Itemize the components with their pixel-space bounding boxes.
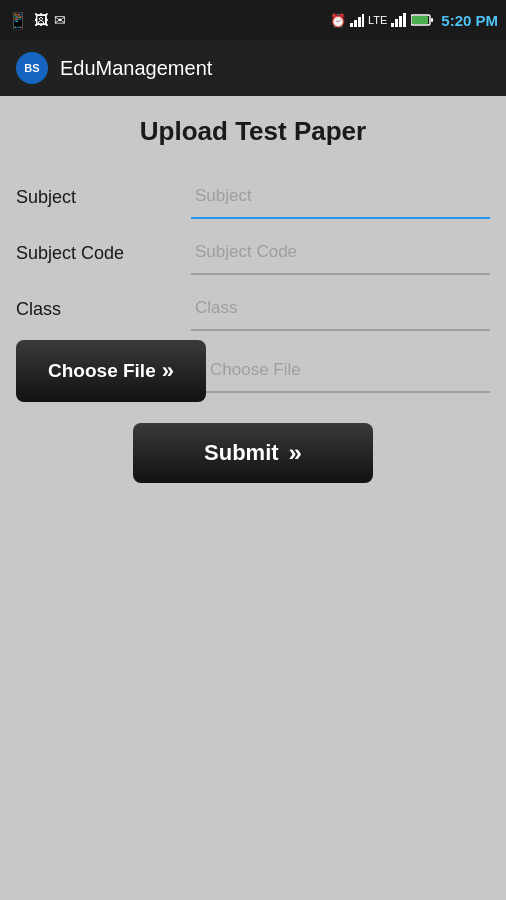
subject-label: Subject: [16, 187, 191, 208]
choose-file-display: Choose File: [206, 349, 490, 393]
svg-rect-0: [350, 23, 353, 27]
wifi-icon: [391, 13, 407, 27]
class-label: Class: [16, 299, 191, 320]
status-time: 5:20 PM: [441, 12, 498, 29]
network-icon: LTE: [368, 14, 387, 26]
subject-row: Subject: [16, 171, 490, 223]
main-content: Upload Test Paper Subject Subject Code C…: [0, 96, 506, 503]
choose-file-placeholder: Choose File: [210, 360, 301, 380]
choose-file-button[interactable]: Choose File »: [16, 340, 206, 402]
app-title: EduManagement: [60, 57, 212, 80]
form-container: Subject Subject Code Class Choose File »…: [16, 171, 490, 483]
submit-button-label: Submit: [204, 440, 279, 466]
svg-rect-4: [391, 23, 394, 27]
choose-file-row: Choose File » Choose File: [16, 339, 490, 403]
app-logo: BS: [16, 52, 48, 84]
signal-icon: [350, 13, 364, 27]
svg-rect-3: [362, 14, 364, 27]
image-icon: 🖼: [34, 12, 48, 28]
app-bar: BS EduManagement: [0, 40, 506, 96]
class-input[interactable]: [191, 287, 490, 331]
subject-code-input[interactable]: [191, 231, 490, 275]
subject-code-row: Subject Code: [16, 227, 490, 279]
subject-input[interactable]: [191, 175, 490, 219]
submit-container: Submit »: [16, 423, 490, 483]
status-bar-right-icons: ⏰ LTE 5:20 PM: [330, 12, 498, 29]
page-title: Upload Test Paper: [16, 116, 490, 147]
choose-file-button-label: Choose File: [48, 360, 156, 382]
email-icon: ✉: [54, 12, 66, 28]
clock-icon: ⏰: [330, 13, 346, 28]
class-row: Class: [16, 283, 490, 335]
status-bar: 📱 🖼 ✉ ⏰ LTE 5:20 PM: [0, 0, 506, 40]
svg-rect-2: [358, 17, 361, 27]
whatsapp-icon: 📱: [8, 11, 28, 30]
svg-rect-10: [431, 18, 433, 22]
svg-rect-5: [395, 19, 398, 27]
submit-chevron-icon: »: [289, 439, 302, 467]
svg-rect-6: [399, 16, 402, 27]
chevron-double-icon: »: [162, 358, 174, 384]
svg-rect-9: [412, 16, 428, 24]
svg-rect-1: [354, 20, 357, 27]
submit-button[interactable]: Submit »: [133, 423, 373, 483]
battery-icon: [411, 14, 433, 26]
status-bar-left-icons: 📱 🖼 ✉: [8, 11, 66, 30]
subject-code-label: Subject Code: [16, 243, 191, 264]
svg-rect-7: [403, 13, 406, 27]
